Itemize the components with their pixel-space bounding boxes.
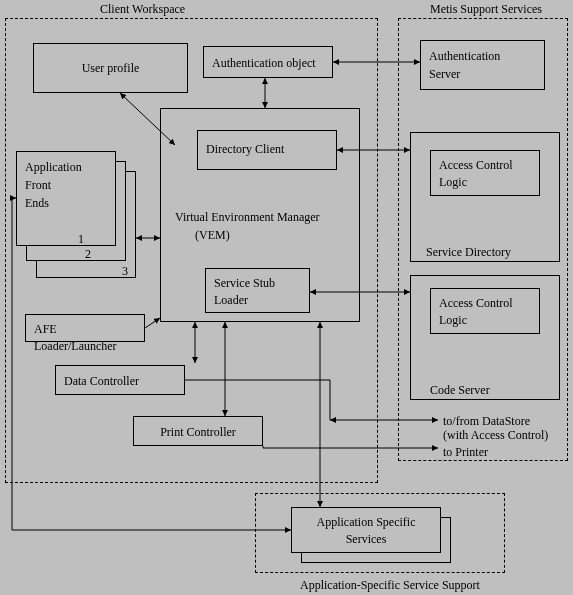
service-directory-acl-box: Access Control Logic <box>430 150 540 196</box>
auth-object-label: Authentication object <box>204 47 332 78</box>
code-server-label: Code Server <box>430 383 490 398</box>
afe-l1: Application <box>25 160 82 174</box>
data-controller-box: Data Controller <box>55 365 185 395</box>
user-profile-box: User profile <box>33 43 188 93</box>
user-profile-label: User profile <box>34 44 187 83</box>
vem-l2: (VEM) <box>195 228 230 243</box>
service-stub-l2: Loader <box>214 293 248 307</box>
directory-client-box: Directory Client <box>197 130 337 170</box>
auth-server-l2: Server <box>429 67 460 81</box>
afe-stack-1-num: 1 <box>78 232 84 247</box>
metis-services-title: Metis Support Services <box>430 2 542 17</box>
app-service-support-title: Application-Specific Service Support <box>300 578 480 593</box>
auth-object-box: Authentication object <box>203 46 333 78</box>
directory-client-label: Directory Client <box>198 131 336 164</box>
cs-acl-l2: Logic <box>439 313 467 327</box>
printer-note: to Printer <box>443 445 488 460</box>
service-stub-box: Service Stub Loader <box>205 268 310 313</box>
afe-loader-box: AFE Loader/Launcher <box>25 314 145 342</box>
app-services-box: Application Specific Services <box>291 507 441 553</box>
client-workspace-title: Client Workspace <box>100 2 185 17</box>
service-stub-l1: Service Stub <box>214 276 275 290</box>
print-controller-box: Print Controller <box>133 416 263 446</box>
auth-server-l1: Authentication <box>429 49 500 63</box>
afe-stack-1: Application Front Ends <box>16 151 116 246</box>
afe-l3: Ends <box>25 196 49 210</box>
data-controller-label: Data Controller <box>56 366 184 396</box>
datastore-note-l2: (with Access Control) <box>443 428 548 443</box>
print-controller-label: Print Controller <box>134 417 262 447</box>
afe-stack-3-num: 3 <box>122 264 128 279</box>
service-directory-label: Service Directory <box>426 245 511 260</box>
code-server-acl-box: Access Control Logic <box>430 288 540 334</box>
app-services-l2: Services <box>346 532 387 546</box>
auth-server-box: Authentication Server <box>420 40 545 90</box>
cs-acl-l1: Access Control <box>439 296 513 310</box>
afe-l2: Front <box>25 178 51 192</box>
sd-acl-l2: Logic <box>439 175 467 189</box>
app-services-l1: Application Specific <box>317 515 416 529</box>
sd-acl-l1: Access Control <box>439 158 513 172</box>
vem-l1: Virtual Environment Manager <box>175 210 320 225</box>
datastore-note-l1: to/from DataStore <box>443 414 530 429</box>
afe-loader-label: AFE Loader/Launcher <box>26 315 144 361</box>
afe-stack-2-num: 2 <box>85 247 91 262</box>
